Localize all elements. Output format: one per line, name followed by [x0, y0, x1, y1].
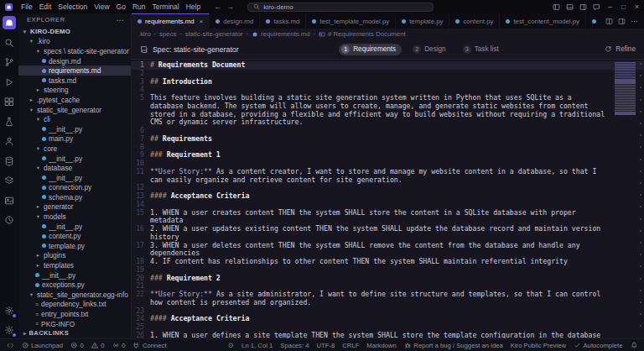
indentation[interactable]: Spaces: 4	[280, 342, 309, 349]
tree-item--init-py[interactable]: __init__.py	[18, 222, 131, 232]
split-editor-icon[interactable]	[605, 13, 613, 29]
breadcrumb-item[interactable]: requirements.md	[252, 30, 310, 38]
tree-item-static-site-generator-egg-info[interactable]: ▾static_site_generator.egg-info	[18, 290, 131, 300]
language-mode[interactable]: Markdown	[366, 342, 396, 349]
tree-item-dependency-links-txt[interactable]: ≡dependency_links.txt	[18, 300, 131, 310]
status-circle-icon[interactable]	[227, 342, 235, 349]
editor-line-26[interactable]: 261. WHEN a user defines a site template…	[132, 332, 644, 338]
minimize-button[interactable]: –	[606, 3, 614, 11]
tree-item-core[interactable]: ▾core	[18, 144, 131, 154]
tree-item-kiro-demo[interactable]: ▾KIRO-DEMO	[18, 27, 131, 37]
tree-item-plugins[interactable]: ▸plugins	[18, 251, 131, 261]
menu-help[interactable]: Help	[183, 1, 204, 13]
tree-item-requirements-md[interactable]: requirements.md	[18, 65, 131, 76]
tab-test-template-model-py[interactable]: test_template_model.py	[306, 13, 396, 29]
kiro-logo-icon[interactable]	[3, 16, 16, 29]
tab-requirements-md[interactable]: requirements.md×	[132, 13, 210, 29]
snapshot-icon[interactable]	[3, 194, 16, 207]
step-requirements[interactable]: 1Requirements	[339, 44, 402, 55]
extensions-icon[interactable]	[3, 95, 16, 108]
menu-run[interactable]: Run	[129, 1, 149, 13]
tree-item-specs-static-site-generator[interactable]: ▾specs \ static-site-generator	[18, 46, 131, 56]
encoding[interactable]: UTF-8	[317, 342, 335, 349]
layers-icon[interactable]	[3, 174, 16, 187]
tree-item-connection-py[interactable]: connection.py	[18, 183, 131, 193]
tree-item-exceptions-py[interactable]: exceptions.py	[18, 280, 131, 290]
tree-item--init-py[interactable]: __init__.py	[18, 173, 131, 183]
tree-item-design-md[interactable]: design.md	[18, 56, 131, 66]
close-icon[interactable]: ×	[200, 18, 204, 25]
editor-line-5[interactable]: 5This feature involves building a static…	[132, 94, 644, 127]
tab-test-[interactable]: test_	[586, 13, 600, 29]
history-icon[interactable]	[3, 213, 16, 227]
errors-count[interactable]: 0	[70, 342, 84, 349]
tree-item-steering[interactable]: ▸steering	[18, 86, 131, 96]
refine-button[interactable]: Refine	[605, 45, 636, 53]
editor-line-13[interactable]: 13#### Acceptance Criteria	[132, 192, 644, 201]
tab-template-py[interactable]: template.py	[396, 13, 449, 29]
tree-item--kiro[interactable]: ▾.kiro	[18, 37, 131, 47]
tab-test-content-model-py[interactable]: test_content_model.py	[500, 13, 585, 29]
editor-line-3[interactable]: 3## Introduction	[132, 78, 644, 86]
panel-left-icon[interactable]	[553, 0, 560, 14]
editor-line-11[interactable]: 11**User Story:** As a content creator, …	[132, 168, 644, 185]
layout-icon[interactable]	[618, 13, 626, 29]
tree-item-schema-py[interactable]: schema.py	[18, 192, 131, 202]
editor-pane[interactable]: 1# Requirements Document23## Introductio…	[132, 60, 644, 338]
tree-item--pytest-cache[interactable]: ▸.pytest_cache	[18, 95, 131, 105]
editor-line-16[interactable]: 162. WHEN a user updates existing conten…	[132, 225, 644, 242]
step-design[interactable]: 2Design	[410, 44, 452, 55]
editor-line-9[interactable]: 9### Requirement 1	[132, 151, 644, 160]
tab-tasks-md[interactable]: tasks.md	[260, 13, 306, 29]
tree-item-main-py[interactable]: main.py	[18, 134, 131, 144]
cursor-position[interactable]: Ln 1, Col 1	[242, 342, 273, 349]
autocomplete-toggle[interactable]: Autocomplete	[574, 342, 623, 349]
report-bug-button[interactable]: Report a bug / Suggest an idea	[404, 342, 503, 349]
editor-line-24[interactable]: 24#### Acceptance Criteria	[132, 315, 644, 323]
warnings-count[interactable]: 0	[91, 342, 105, 349]
menu-view[interactable]: View	[91, 1, 112, 13]
close-button[interactable]: ×	[633, 3, 641, 11]
menu-selection[interactable]: Selection	[55, 1, 91, 13]
notifications-icon[interactable]	[631, 342, 638, 349]
command-search-box[interactable]: kiro-demo	[247, 3, 434, 12]
breadcrumb-item[interactable]: # Requirements Document	[319, 30, 406, 38]
tree-item--init-py[interactable]: __init__.py	[18, 154, 131, 164]
editor-line-7[interactable]: 7## Requirements	[132, 135, 644, 144]
editor-line-20[interactable]: 20### Requirement 2	[132, 275, 644, 283]
tree-item-content-py[interactable]: content.py	[18, 231, 131, 241]
tree-item-templates[interactable]: ▸templates	[18, 260, 131, 270]
tree-item-models[interactable]: ▾models	[18, 212, 131, 222]
remote-icon[interactable]	[7, 342, 14, 349]
nav-forward-icon[interactable]: →	[226, 3, 234, 11]
tree-item--init-py[interactable]: __init__.py	[18, 124, 131, 134]
tree-item--init-py[interactable]: __init__.py	[18, 270, 131, 280]
breadcrumb-item[interactable]: .kiro	[138, 30, 151, 38]
explorer-more-icon[interactable]: ⋯	[116, 16, 124, 24]
tree-item-tasks-md[interactable]: tasks.md	[18, 76, 131, 86]
editor-line-17[interactable]: 173. WHEN a user deletes content THEN th…	[132, 242, 644, 259]
manage-gear-icon[interactable]	[3, 323, 16, 337]
panel-right-icon[interactable]	[579, 0, 587, 14]
editor-line-15[interactable]: 151. WHEN a user creates content THEN th…	[132, 209, 644, 226]
ports-count[interactable]: 0	[112, 342, 126, 349]
tree-item-generator[interactable]: ▸generator	[18, 202, 131, 212]
editor-line-22[interactable]: 22**User Story:** As a site administrato…	[132, 291, 644, 307]
menu-file[interactable]: File	[18, 1, 36, 13]
test-beaker-icon[interactable]	[3, 115, 16, 128]
maximize-button[interactable]: □	[620, 3, 627, 11]
breadcrumb-item[interactable]: static-site-generator	[185, 30, 243, 38]
tree-item-cli[interactable]: ▾cli	[18, 114, 131, 124]
connect-button[interactable]: Connect	[132, 342, 166, 349]
menu-terminal[interactable]: Terminal	[149, 1, 183, 13]
sync-gear-icon[interactable]	[3, 304, 16, 317]
database-icon[interactable]	[3, 155, 16, 168]
eol-sequence[interactable]: CRLF	[342, 342, 359, 349]
search-icon[interactable]	[3, 36, 16, 50]
editor-line-18[interactable]: 184. IF content has relationships to oth…	[132, 258, 644, 266]
minimap[interactable]	[615, 62, 636, 115]
kiro-public-preview[interactable]: Kiro Public Preview	[511, 342, 566, 349]
tree-item-pkg-info[interactable]: ≡PKG-INFO	[18, 319, 131, 327]
chat-icon[interactable]	[593, 0, 600, 14]
nav-back-icon[interactable]: ←	[214, 3, 221, 11]
